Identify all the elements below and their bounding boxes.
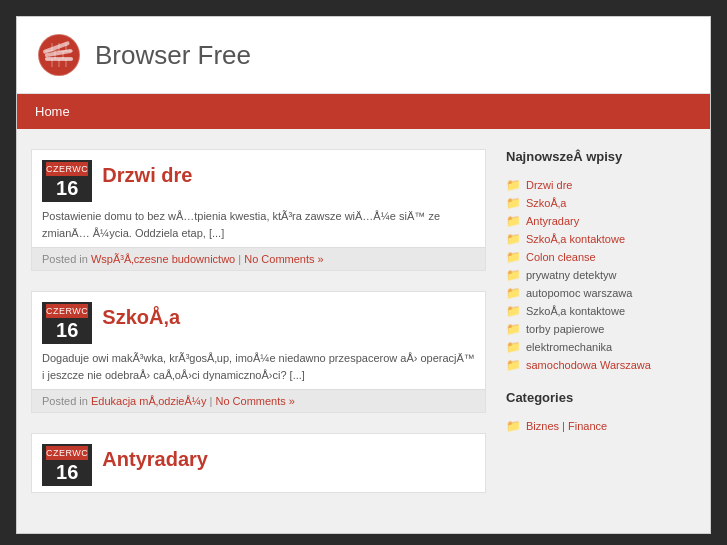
post-2-footer: Posted in Edukacja mÅ‚odzieÅ¼y | No Comm… (32, 389, 485, 412)
post-2-category-link[interactable]: Edukacja mÅ‚odzieÅ¼y (91, 395, 207, 407)
folder-icon-10: 📁 (506, 358, 521, 372)
folder-icon-1: 📁 (506, 196, 521, 210)
site-title: Browser Free (95, 40, 251, 71)
post-2-footer-label: Posted in (42, 395, 88, 407)
folder-icon-9: 📁 (506, 340, 521, 354)
post-1-month: CZERWC (46, 162, 88, 176)
post-2-excerpt: Dogaduje owi makÃ³wka, krÃ³gosÅ‚up, imoÅ… (32, 350, 485, 389)
categories-list: 📁 Biznes | Finance (506, 417, 696, 435)
recent-item-10: 📁 samochodowa Warszawa (506, 356, 696, 374)
main-content: CZERWC 16 Drzwi dre Postawienie domu to … (31, 149, 486, 513)
recent-link-4[interactable]: Colon cleanse (526, 251, 596, 263)
post-1-comments-link[interactable]: No Comments » (244, 253, 323, 265)
recent-item-4: 📁 Colon cleanse (506, 248, 696, 266)
nav-link-home[interactable]: Home (17, 94, 88, 129)
post-3: CZERWC 16 Antyradary (31, 433, 486, 493)
folder-icon-8: 📁 (506, 322, 521, 336)
recent-item-8: 📁 torby papierowe (506, 320, 696, 338)
site-nav: Home (17, 94, 710, 129)
folder-icon-6: 📁 (506, 286, 521, 300)
post-2-title[interactable]: SzkoÅ‚a (102, 302, 180, 329)
folder-icon-4: 📁 (506, 250, 521, 264)
site-header: Browser Free (17, 17, 710, 94)
post-1-header: CZERWC 16 Drzwi dre (32, 150, 485, 208)
recent-item-6: 📁 autopomoc warszawa (506, 284, 696, 302)
recent-link-2[interactable]: Antyradary (526, 215, 579, 227)
post-3-header: CZERWC 16 Antyradary (32, 434, 485, 492)
category-item-0: 📁 Biznes | Finance (506, 417, 696, 435)
recent-link-10[interactable]: samochodowa Warszawa (526, 359, 651, 371)
widget-recent: NajnowszeÂ wpisy 📁 Drzwi dre 📁 SzkoÅ‚a 📁 (506, 149, 696, 374)
recent-item-3: 📁 SzkoÅ‚a kontaktowe (506, 230, 696, 248)
post-2-date-box: CZERWC 16 (42, 302, 92, 344)
category-link-0[interactable]: Biznes | Finance (526, 420, 607, 432)
post-1-day: 16 (46, 176, 88, 200)
post-3-day: 16 (46, 460, 88, 484)
post-1: CZERWC 16 Drzwi dre Postawienie domu to … (31, 149, 486, 271)
post-1-excerpt: Postawienie domu to bez wÅ…tpienia kwest… (32, 208, 485, 247)
site-logo-icon (37, 33, 81, 77)
recent-item-1: 📁 SzkoÅ‚a (506, 194, 696, 212)
post-1-date-box: CZERWC 16 (42, 160, 92, 202)
folder-icon-3: 📁 (506, 232, 521, 246)
recent-link-3[interactable]: SzkoÅ‚a kontaktowe (526, 233, 625, 245)
post-1-title[interactable]: Drzwi dre (102, 160, 192, 187)
folder-icon-5: 📁 (506, 268, 521, 282)
cat-folder-icon-0: 📁 (506, 419, 521, 433)
recent-link-0[interactable]: Drzwi dre (526, 179, 572, 191)
post-2-month: CZERWC (46, 304, 88, 318)
recent-item-0: 📁 Drzwi dre (506, 176, 696, 194)
post-1-footer: Posted in WspÃ³Å‚czesne budownictwo | No… (32, 247, 485, 270)
site-body: CZERWC 16 Drzwi dre Postawienie domu to … (17, 129, 710, 533)
sidebar: NajnowszeÂ wpisy 📁 Drzwi dre 📁 SzkoÅ‚a 📁 (506, 149, 696, 513)
site-container: Browser Free Home CZERWC 16 (16, 16, 711, 534)
post-2-header: CZERWC 16 SzkoÅ‚a (32, 292, 485, 350)
post-1-category-link[interactable]: WspÃ³Å‚czesne budownictwo (91, 253, 235, 265)
nav-item-home[interactable]: Home (17, 94, 88, 129)
recent-item-5: 📁 prywatny detektyw (506, 266, 696, 284)
recent-link-5[interactable]: prywatny detektyw (526, 269, 616, 281)
recent-link-1[interactable]: SzkoÅ‚a (526, 197, 566, 209)
folder-icon-7: 📁 (506, 304, 521, 318)
post-2: CZERWC 16 SzkoÅ‚a Dogaduje owi makÃ³wka,… (31, 291, 486, 413)
folder-icon-0: 📁 (506, 178, 521, 192)
recent-link-7[interactable]: SzkoÅ‚a kontaktowe (526, 305, 625, 317)
recent-link-6[interactable]: autopomoc warszawa (526, 287, 632, 299)
recent-item-2: 📁 Antyradary (506, 212, 696, 230)
folder-icon-2: 📁 (506, 214, 521, 228)
widget-categories: Categories 📁 Biznes | Finance (506, 390, 696, 435)
post-3-month: CZERWC (46, 446, 88, 460)
post-3-title[interactable]: Antyradary (102, 444, 208, 471)
widget-categories-title: Categories (506, 390, 696, 409)
post-1-footer-label: Posted in (42, 253, 88, 265)
recent-link-8[interactable]: torby papierowe (526, 323, 604, 335)
post-2-comments-link[interactable]: No Comments » (215, 395, 294, 407)
recent-item-9: 📁 elektromechanika (506, 338, 696, 356)
recent-item-7: 📁 SzkoÅ‚a kontaktowe (506, 302, 696, 320)
widget-recent-title: NajnowszeÂ wpisy (506, 149, 696, 168)
post-3-date-box: CZERWC 16 (42, 444, 92, 486)
post-2-day: 16 (46, 318, 88, 342)
recent-link-9[interactable]: elektromechanika (526, 341, 612, 353)
recent-list: 📁 Drzwi dre 📁 SzkoÅ‚a 📁 Antyradary (506, 176, 696, 374)
outer-wrapper: Browser Free Home CZERWC 16 (0, 0, 727, 545)
